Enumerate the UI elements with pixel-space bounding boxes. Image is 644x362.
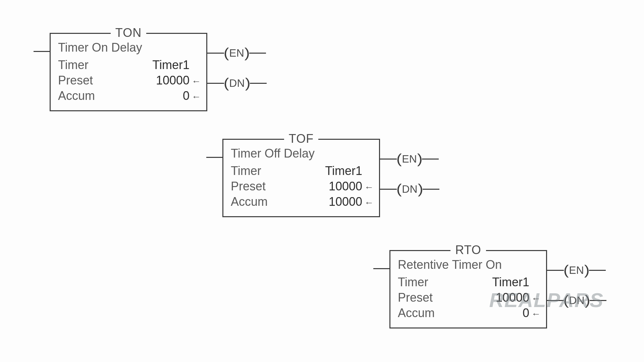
tof-timer-value: Timer1 xyxy=(319,164,362,178)
rto-subtitle: Retentive Timer On xyxy=(398,258,539,272)
arrow-icon: ← xyxy=(364,182,372,193)
ton-preset-row: Preset 10000 ← xyxy=(58,73,199,87)
dn-coil-icon: (DN) xyxy=(564,294,590,307)
rto-dn-output: (DN) xyxy=(547,294,606,307)
dn-coil-icon: (DN) xyxy=(224,76,250,90)
arrow-icon: ← xyxy=(364,197,372,208)
tof-preset-row: Preset 10000 ← xyxy=(231,179,372,193)
ton-accum-value: 0 xyxy=(146,89,190,103)
rto-preset-label: Preset xyxy=(398,291,486,305)
tof-dn-output: (DN) xyxy=(380,182,439,196)
rto-accum-value: 0 xyxy=(486,306,529,320)
arrow-icon: ← xyxy=(192,92,199,102)
rto-en-output: (EN) xyxy=(547,263,606,277)
rto-accum-label: Accum xyxy=(398,306,486,320)
rto-preset-value: 10000 xyxy=(486,291,529,305)
ton-preset-value: 10000 xyxy=(146,73,190,87)
ton-timer-label: Timer xyxy=(58,58,146,72)
rto-accum-row: Accum 0 ← xyxy=(398,306,539,320)
tof-accum-value: 10000 xyxy=(319,195,362,209)
arrow-icon: ← xyxy=(192,76,199,87)
ton-timer-row: Timer Timer1 xyxy=(58,58,199,72)
ton-block: TON Timer On Delay Timer Timer1 Preset 1… xyxy=(50,33,207,111)
rto-preset-row: Preset 10000 ← xyxy=(398,291,539,305)
tof-input-wire xyxy=(206,157,222,158)
tof-accum-row: Accum 10000 ← xyxy=(231,195,372,209)
ton-en-output: (EN) xyxy=(207,46,266,60)
ton-preset-label: Preset xyxy=(58,73,146,87)
rto-code: RTO xyxy=(450,243,486,257)
ton-dn-output: (DN) xyxy=(207,76,267,90)
tof-timer-row: Timer Timer1 xyxy=(231,164,372,178)
rto-input-wire xyxy=(373,268,389,269)
tof-preset-label: Preset xyxy=(231,179,319,193)
arrow-icon: ← xyxy=(531,309,539,319)
rto-timer-row: Timer Timer1 xyxy=(398,275,539,289)
ton-subtitle: Timer On Delay xyxy=(58,41,199,55)
tof-subtitle: Timer Off Delay xyxy=(231,146,372,161)
ton-timer-value: Timer1 xyxy=(146,58,190,72)
ton-accum-row: Accum 0 ← xyxy=(58,89,199,103)
tof-en-output: (EN) xyxy=(380,152,439,166)
tof-preset-value: 10000 xyxy=(319,179,362,193)
tof-block: TOF Timer Off Delay Timer Timer1 Preset … xyxy=(222,139,380,217)
tof-code: TOF xyxy=(284,132,318,146)
tof-timer-label: Timer xyxy=(231,164,319,178)
ton-accum-label: Accum xyxy=(58,89,146,103)
tof-accum-label: Accum xyxy=(231,195,319,209)
dn-coil-icon: (DN) xyxy=(397,182,423,196)
ton-code: TON xyxy=(111,26,146,40)
rto-block: RTO Retentive Timer On Timer Timer1 Pres… xyxy=(389,250,547,328)
en-coil-icon: (EN) xyxy=(397,152,422,166)
ton-input-wire xyxy=(34,51,50,52)
en-coil-icon: (EN) xyxy=(224,46,249,60)
en-coil-icon: (EN) xyxy=(564,263,589,277)
rto-timer-value: Timer1 xyxy=(486,275,529,289)
arrow-icon: ← xyxy=(531,293,539,304)
rto-timer-label: Timer xyxy=(398,275,486,289)
